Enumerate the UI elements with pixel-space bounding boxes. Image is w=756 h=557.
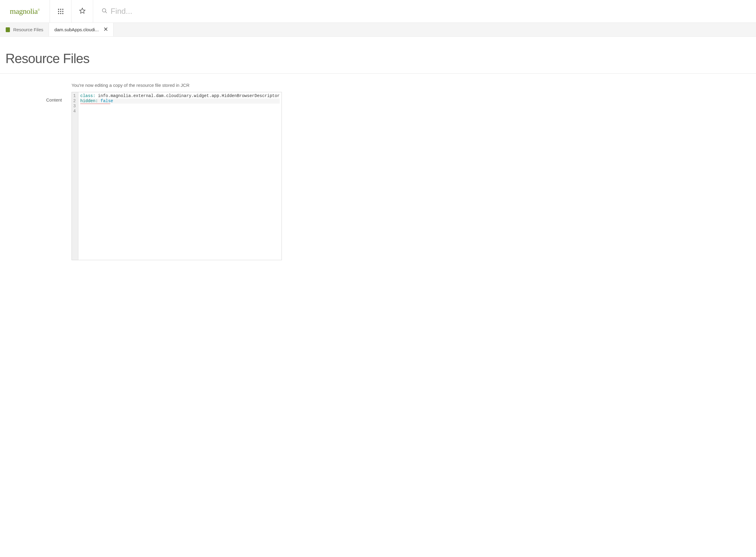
star-icon	[79, 7, 86, 15]
page-title-wrap: Resource Files	[0, 37, 756, 74]
code-editor[interactable]: 1 2 3 4 class: info.magnolia.external.da…	[71, 92, 282, 260]
code-line[interactable]: class: info.magnolia.external.dam.cloudi…	[80, 93, 280, 98]
editor-row: Content 1 2 3 4 class: info.magnolia.ext…	[5, 92, 751, 260]
content-area: You're now editing a copy of the resourc…	[0, 74, 756, 269]
favorites-button[interactable]	[71, 0, 93, 23]
tab-dam-subapps[interactable]: dam.subApps.cloudi...	[49, 23, 114, 36]
tab-label: dam.subApps.cloudi...	[54, 27, 99, 32]
line-number: 1	[72, 93, 76, 98]
code-line[interactable]	[80, 104, 280, 109]
logo-cell[interactable]: magnolia®	[0, 0, 50, 23]
close-icon[interactable]	[102, 27, 108, 32]
search-cell	[93, 0, 756, 23]
line-number: 4	[72, 109, 76, 114]
magnolia-logo: magnolia®	[10, 7, 40, 16]
page-title: Resource Files	[5, 51, 751, 66]
search-icon	[101, 8, 111, 15]
line-number-gutter: 1 2 3 4	[72, 92, 79, 260]
app-header: magnolia®	[0, 0, 756, 23]
apps-launcher-button[interactable]	[50, 0, 71, 23]
search-input[interactable]	[111, 7, 756, 16]
apps-grid-icon	[58, 9, 63, 14]
code-line[interactable]	[80, 109, 280, 114]
svg-marker-0	[79, 8, 85, 13]
info-message: You're now editing a copy of the resourc…	[71, 83, 751, 88]
file-icon	[5, 27, 10, 32]
code-lines[interactable]: class: info.magnolia.external.dam.cloudi…	[79, 92, 282, 260]
tab-bar: Resource Files dam.subApps.cloudi...	[0, 23, 756, 37]
content-field-label: Content	[5, 92, 71, 102]
code-line[interactable]: hidden: false	[80, 98, 280, 104]
line-number: 3	[72, 104, 76, 109]
tab-resource-files[interactable]: Resource Files	[0, 23, 49, 36]
line-number: 2	[72, 98, 76, 104]
tab-label: Resource Files	[13, 27, 43, 32]
svg-line-2	[106, 11, 107, 13]
svg-point-1	[103, 8, 106, 12]
